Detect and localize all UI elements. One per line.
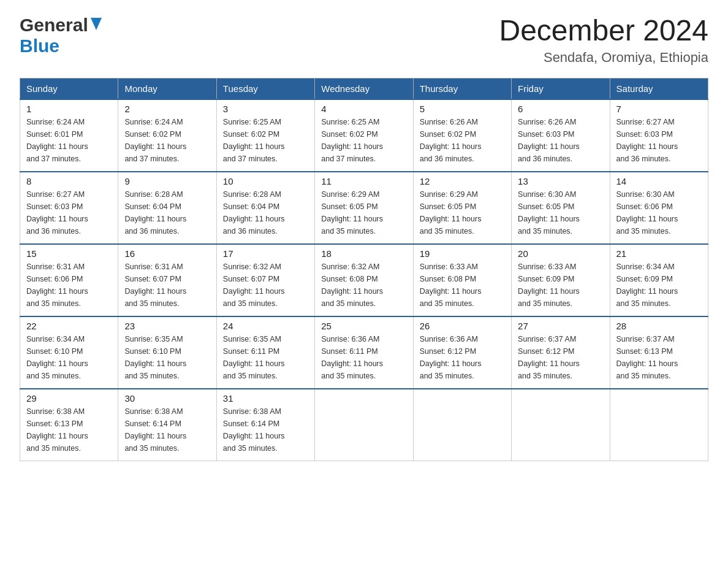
- day-number: 28: [616, 321, 702, 331]
- day-number: 7: [616, 104, 702, 114]
- calendar-table: SundayMondayTuesdayWednesdayThursdayFrid…: [20, 78, 708, 461]
- logo-general-text: General: [20, 15, 88, 36]
- day-info: Sunrise: 6:25 AMSunset: 6:02 PMDaylight:…: [223, 116, 308, 165]
- day-number: 26: [420, 321, 505, 331]
- day-number: 20: [518, 248, 603, 259]
- day-number: 17: [223, 248, 308, 259]
- day-info: Sunrise: 6:26 AMSunset: 6:02 PMDaylight:…: [420, 116, 505, 165]
- day-number: 4: [321, 104, 406, 114]
- page-header: General Blue December 2024 Sendafa, Orom…: [20, 15, 708, 66]
- day-info: Sunrise: 6:34 AMSunset: 6:09 PMDaylight:…: [616, 261, 702, 310]
- calendar-cell: 19Sunrise: 6:33 AMSunset: 6:08 PMDayligh…: [413, 244, 511, 316]
- calendar-cell: 23Sunrise: 6:35 AMSunset: 6:10 PMDayligh…: [118, 316, 216, 389]
- day-info: Sunrise: 6:32 AMSunset: 6:07 PMDaylight:…: [223, 261, 308, 310]
- day-info: Sunrise: 6:27 AMSunset: 6:03 PMDaylight:…: [26, 188, 112, 237]
- day-info: Sunrise: 6:27 AMSunset: 6:03 PMDaylight:…: [616, 116, 702, 165]
- calendar-cell: 20Sunrise: 6:33 AMSunset: 6:09 PMDayligh…: [512, 244, 610, 316]
- col-header-friday: Friday: [512, 78, 610, 99]
- calendar-cell: 14Sunrise: 6:30 AMSunset: 6:06 PMDayligh…: [610, 172, 708, 244]
- day-number: 10: [223, 176, 308, 186]
- day-info: Sunrise: 6:26 AMSunset: 6:03 PMDaylight:…: [518, 116, 603, 165]
- day-info: Sunrise: 6:35 AMSunset: 6:10 PMDaylight:…: [124, 333, 210, 382]
- day-info: Sunrise: 6:29 AMSunset: 6:05 PMDaylight:…: [321, 188, 406, 237]
- calendar-cell: 3Sunrise: 6:25 AMSunset: 6:02 PMDaylight…: [216, 99, 314, 172]
- day-info: Sunrise: 6:38 AMSunset: 6:14 PMDaylight:…: [223, 405, 308, 454]
- day-number: 14: [616, 176, 702, 186]
- calendar-cell: [315, 389, 413, 461]
- day-number: 3: [223, 104, 308, 114]
- calendar-cell: 18Sunrise: 6:32 AMSunset: 6:08 PMDayligh…: [315, 244, 413, 316]
- col-header-monday: Monday: [118, 78, 216, 99]
- calendar-cell: 13Sunrise: 6:30 AMSunset: 6:05 PMDayligh…: [512, 172, 610, 244]
- calendar-cell: 22Sunrise: 6:34 AMSunset: 6:10 PMDayligh…: [20, 316, 118, 389]
- day-info: Sunrise: 6:28 AMSunset: 6:04 PMDaylight:…: [223, 188, 308, 237]
- day-number: 25: [321, 321, 406, 331]
- calendar-cell: 6Sunrise: 6:26 AMSunset: 6:03 PMDaylight…: [512, 99, 610, 172]
- day-number: 5: [420, 104, 505, 114]
- day-info: Sunrise: 6:35 AMSunset: 6:11 PMDaylight:…: [223, 333, 308, 382]
- logo-triangle-icon: [91, 18, 102, 33]
- day-number: 29: [26, 393, 112, 404]
- day-number: 13: [518, 176, 603, 186]
- day-info: Sunrise: 6:25 AMSunset: 6:02 PMDaylight:…: [321, 116, 406, 165]
- day-info: Sunrise: 6:24 AMSunset: 6:02 PMDaylight:…: [124, 116, 210, 165]
- location-subtitle: Sendafa, Oromiya, Ethiopia: [499, 50, 708, 66]
- day-number: 9: [124, 176, 210, 186]
- calendar-cell: 26Sunrise: 6:36 AMSunset: 6:12 PMDayligh…: [413, 316, 511, 389]
- calendar-week-row: 22Sunrise: 6:34 AMSunset: 6:10 PMDayligh…: [20, 316, 708, 389]
- day-info: Sunrise: 6:37 AMSunset: 6:13 PMDaylight:…: [616, 333, 702, 382]
- calendar-week-row: 1Sunrise: 6:24 AMSunset: 6:01 PMDaylight…: [20, 99, 708, 172]
- day-number: 19: [420, 248, 505, 259]
- calendar-cell: 12Sunrise: 6:29 AMSunset: 6:05 PMDayligh…: [413, 172, 511, 244]
- calendar-cell: 21Sunrise: 6:34 AMSunset: 6:09 PMDayligh…: [610, 244, 708, 316]
- title-section: December 2024 Sendafa, Oromiya, Ethiopia: [499, 15, 708, 66]
- day-number: 18: [321, 248, 406, 259]
- logo-blue-text: Blue: [20, 36, 59, 56]
- calendar-cell: 10Sunrise: 6:28 AMSunset: 6:04 PMDayligh…: [216, 172, 314, 244]
- calendar-cell: 7Sunrise: 6:27 AMSunset: 6:03 PMDaylight…: [610, 99, 708, 172]
- col-header-tuesday: Tuesday: [216, 78, 314, 99]
- calendar-cell: 11Sunrise: 6:29 AMSunset: 6:05 PMDayligh…: [315, 172, 413, 244]
- calendar-cell: 27Sunrise: 6:37 AMSunset: 6:12 PMDayligh…: [512, 316, 610, 389]
- day-info: Sunrise: 6:36 AMSunset: 6:11 PMDaylight:…: [321, 333, 406, 382]
- day-number: 11: [321, 176, 406, 186]
- calendar-cell: 28Sunrise: 6:37 AMSunset: 6:13 PMDayligh…: [610, 316, 708, 389]
- day-number: 1: [26, 104, 112, 114]
- col-header-wednesday: Wednesday: [315, 78, 413, 99]
- calendar-week-row: 29Sunrise: 6:38 AMSunset: 6:13 PMDayligh…: [20, 389, 708, 461]
- calendar-cell: 9Sunrise: 6:28 AMSunset: 6:04 PMDaylight…: [118, 172, 216, 244]
- day-info: Sunrise: 6:24 AMSunset: 6:01 PMDaylight:…: [26, 116, 112, 165]
- calendar-cell: 31Sunrise: 6:38 AMSunset: 6:14 PMDayligh…: [216, 389, 314, 461]
- day-info: Sunrise: 6:29 AMSunset: 6:05 PMDaylight:…: [420, 188, 505, 237]
- calendar-cell: 2Sunrise: 6:24 AMSunset: 6:02 PMDaylight…: [118, 99, 216, 172]
- calendar-cell: 29Sunrise: 6:38 AMSunset: 6:13 PMDayligh…: [20, 389, 118, 461]
- calendar-cell: 17Sunrise: 6:32 AMSunset: 6:07 PMDayligh…: [216, 244, 314, 316]
- day-info: Sunrise: 6:33 AMSunset: 6:09 PMDaylight:…: [518, 261, 603, 310]
- calendar-cell: 30Sunrise: 6:38 AMSunset: 6:14 PMDayligh…: [118, 389, 216, 461]
- calendar-cell: 25Sunrise: 6:36 AMSunset: 6:11 PMDayligh…: [315, 316, 413, 389]
- col-header-saturday: Saturday: [610, 78, 708, 99]
- day-number: 12: [420, 176, 505, 186]
- calendar-cell: 24Sunrise: 6:35 AMSunset: 6:11 PMDayligh…: [216, 316, 314, 389]
- day-number: 27: [518, 321, 603, 331]
- day-info: Sunrise: 6:30 AMSunset: 6:06 PMDaylight:…: [616, 188, 702, 237]
- day-info: Sunrise: 6:30 AMSunset: 6:05 PMDaylight:…: [518, 188, 603, 237]
- calendar-cell: [610, 389, 708, 461]
- calendar-week-row: 15Sunrise: 6:31 AMSunset: 6:06 PMDayligh…: [20, 244, 708, 316]
- day-info: Sunrise: 6:36 AMSunset: 6:12 PMDaylight:…: [420, 333, 505, 382]
- calendar-cell: [512, 389, 610, 461]
- month-title: December 2024: [499, 15, 708, 47]
- day-number: 24: [223, 321, 308, 331]
- calendar-cell: 1Sunrise: 6:24 AMSunset: 6:01 PMDaylight…: [20, 99, 118, 172]
- calendar-cell: 5Sunrise: 6:26 AMSunset: 6:02 PMDaylight…: [413, 99, 511, 172]
- calendar-cell: 4Sunrise: 6:25 AMSunset: 6:02 PMDaylight…: [315, 99, 413, 172]
- day-number: 2: [124, 104, 210, 114]
- calendar-header-row: SundayMondayTuesdayWednesdayThursdayFrid…: [20, 78, 708, 99]
- day-number: 8: [26, 176, 112, 186]
- calendar-cell: [413, 389, 511, 461]
- day-number: 22: [26, 321, 112, 331]
- calendar-cell: 15Sunrise: 6:31 AMSunset: 6:06 PMDayligh…: [20, 244, 118, 316]
- day-info: Sunrise: 6:32 AMSunset: 6:08 PMDaylight:…: [321, 261, 406, 310]
- day-info: Sunrise: 6:38 AMSunset: 6:14 PMDaylight:…: [124, 405, 210, 454]
- day-info: Sunrise: 6:28 AMSunset: 6:04 PMDaylight:…: [124, 188, 210, 237]
